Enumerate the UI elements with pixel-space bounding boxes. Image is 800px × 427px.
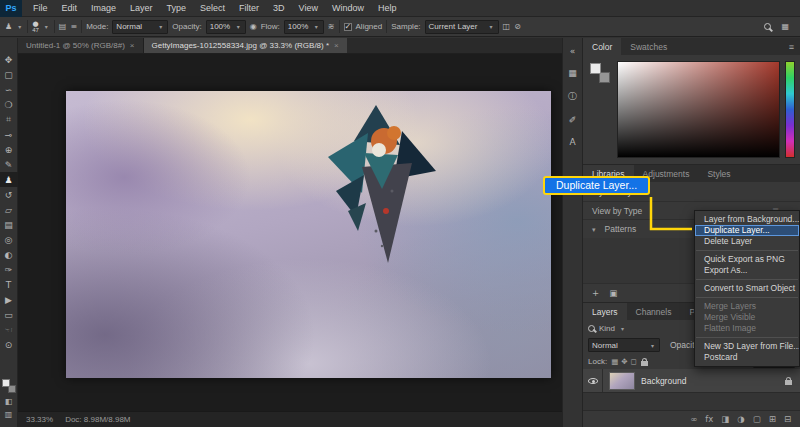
path-selection-tool[interactable]: ▶ <box>0 292 18 307</box>
document-canvas-image[interactable] <box>66 91 551 378</box>
hue-slider[interactable] <box>785 61 795 158</box>
add-library-item-icon[interactable]: + <box>592 288 599 298</box>
marquee-tool[interactable]: ▢ <box>0 67 18 82</box>
eyedropper-tool[interactable]: ⊸ <box>0 127 18 142</box>
lock-option-icon[interactable]: ◻ <box>631 357 637 366</box>
quick-mask-icon[interactable]: ◧ <box>5 397 13 406</box>
foreground-background-swatches[interactable] <box>2 379 16 393</box>
chevron-down-icon[interactable] <box>16 22 23 31</box>
lasso-tool[interactable]: ∽ <box>0 82 18 97</box>
context-menu-item[interactable]: Quick Export as PNG <box>695 254 799 265</box>
adjustment-layer-icon[interactable]: ◑ <box>737 414 744 424</box>
dodge-tool[interactable]: ◐ <box>0 247 18 262</box>
layer-effects-icon[interactable]: fx <box>705 414 713 424</box>
pen-tool[interactable]: ✑ <box>0 262 18 277</box>
pressure-size-icon[interactable]: ⊘ <box>514 22 521 31</box>
layer-name[interactable]: Background <box>641 376 686 386</box>
lock-option-icon[interactable]: ✥ <box>621 357 627 366</box>
brush-settings-panel-icon[interactable]: ✐ <box>569 115 577 125</box>
chevron-down-icon[interactable] <box>43 22 50 31</box>
history-brush-tool[interactable]: ↺ <box>0 187 18 202</box>
context-menu-item[interactable]: Flatten Image <box>695 323 799 334</box>
saturation-brightness-field[interactable] <box>617 61 780 158</box>
crop-tool[interactable]: ⌗ <box>0 112 18 127</box>
menu-item[interactable]: Image <box>84 0 123 16</box>
context-menu-item[interactable]: Merge Visible <box>695 312 799 323</box>
menu-item[interactable]: Filter <box>232 0 266 16</box>
menu-item[interactable]: Layer <box>123 0 160 16</box>
layer-mask-icon[interactable]: ◨ <box>721 414 729 424</box>
pressure-opacity-icon[interactable]: ◉ <box>250 22 257 31</box>
context-menu-item[interactable]: Delete Layer <box>695 236 799 247</box>
tab-layers[interactable]: Layers <box>583 303 627 320</box>
layer-thumbnail[interactable] <box>609 372 635 390</box>
menu-item[interactable]: Help <box>371 0 404 16</box>
foreground-color[interactable] <box>2 379 10 387</box>
zoom-level[interactable]: 33.33% <box>26 415 53 424</box>
menu-item[interactable]: Select <box>193 0 232 16</box>
context-menu-item[interactable]: Export As... <box>695 265 799 276</box>
workspace-switcher-icon[interactable]: ▦ <box>781 22 789 31</box>
chevron-down-icon[interactable] <box>619 324 626 333</box>
canvas-area[interactable] <box>18 54 562 411</box>
context-menu-item[interactable]: Layer from Background... <box>695 214 799 225</box>
menu-item[interactable]: Type <box>160 0 194 16</box>
tool-preset-icon[interactable]: ♟ <box>5 22 12 31</box>
visibility-toggle[interactable] <box>583 369 603 392</box>
type-tool[interactable]: T <box>0 277 18 292</box>
aligned-checkbox[interactable] <box>344 23 352 31</box>
gradient-tool[interactable]: ▤ <box>0 217 18 232</box>
clone-source-toggle-icon[interactable]: ≡ <box>70 22 77 31</box>
context-menu-item[interactable]: Postcard <box>695 352 799 363</box>
histogram-panel-icon[interactable]: ▦ <box>568 68 577 78</box>
clone-stamp-tool[interactable]: ♟ <box>0 172 18 187</box>
collapse-panels-icon[interactable]: « <box>570 46 576 56</box>
menu-item[interactable]: 3D <box>266 0 292 16</box>
library-folder-icon[interactable]: ▣ <box>609 288 617 298</box>
info-panel-icon[interactable]: ⓘ <box>568 90 577 103</box>
tab-color[interactable]: Color <box>583 38 621 55</box>
brush-settings-toggle-icon[interactable]: ▤ <box>59 22 67 31</box>
delete-layer-icon[interactable]: ⊟ <box>784 414 791 424</box>
mode-select[interactable]: Normal <box>112 20 168 34</box>
layer-row-background[interactable]: Background <box>583 369 800 393</box>
screen-mode-icon[interactable]: ▥ <box>5 410 13 419</box>
sample-select[interactable]: Current Layer <box>425 20 499 34</box>
close-icon[interactable]: × <box>130 41 135 50</box>
airbrush-icon[interactable]: ≋ <box>328 22 335 31</box>
new-layer-icon[interactable]: ⊞ <box>769 414 776 424</box>
tab-channels[interactable]: Channels <box>627 303 681 320</box>
close-icon[interactable]: × <box>334 41 339 50</box>
blend-mode-select[interactable]: Normal <box>588 338 660 352</box>
menu-item[interactable]: Window <box>325 0 371 16</box>
zoom-tool[interactable]: ⊙ <box>0 337 18 352</box>
hand-tool[interactable]: ☜ <box>0 322 18 337</box>
flow-select[interactable]: 100% <box>284 20 324 34</box>
context-menu-item[interactable]: New 3D Layer from File... <box>695 341 799 352</box>
lock-option-icon[interactable]: ▦ <box>611 357 618 366</box>
lock-all-icon[interactable] <box>641 361 648 366</box>
document-tab-gettyimages[interactable]: GettyImages-1012558334.jpg @ 33.3% (RGB/… <box>144 38 347 53</box>
link-layers-icon[interactable]: ∞ <box>690 414 697 424</box>
search-icon[interactable] <box>764 23 771 30</box>
tab-styles[interactable]: Styles <box>698 165 739 182</box>
context-menu-item[interactable]: Merge Layers <box>695 301 799 312</box>
eraser-tool[interactable]: ▱ <box>0 202 18 217</box>
opacity-select[interactable]: 100% <box>206 20 246 34</box>
quick-selection-tool[interactable]: ❍ <box>0 97 18 112</box>
document-tab-untitled[interactable]: Untitled-1 @ 50% (RGB/8#) × <box>18 38 144 53</box>
menu-item[interactable]: Edit <box>55 0 85 16</box>
menu-item[interactable]: View <box>292 0 325 16</box>
layer-group-icon[interactable]: ▢ <box>753 414 761 424</box>
shape-tool[interactable]: ▭ <box>0 307 18 322</box>
healing-brush-tool[interactable]: ⊕ <box>0 142 18 157</box>
brush-preset-picker[interactable]: ● 47 <box>32 21 39 33</box>
color-fg-bg-swatches[interactable] <box>588 61 612 158</box>
foreground-color[interactable] <box>590 63 601 74</box>
sample-ignore-adjustments-icon[interactable]: ◫ <box>503 22 511 31</box>
filter-search-icon[interactable] <box>588 325 595 332</box>
kind-label[interactable]: Kind <box>599 324 615 333</box>
move-tool[interactable]: ✥ <box>0 52 18 67</box>
blur-tool[interactable]: ◎ <box>0 232 18 247</box>
panel-menu-icon[interactable] <box>789 42 800 52</box>
